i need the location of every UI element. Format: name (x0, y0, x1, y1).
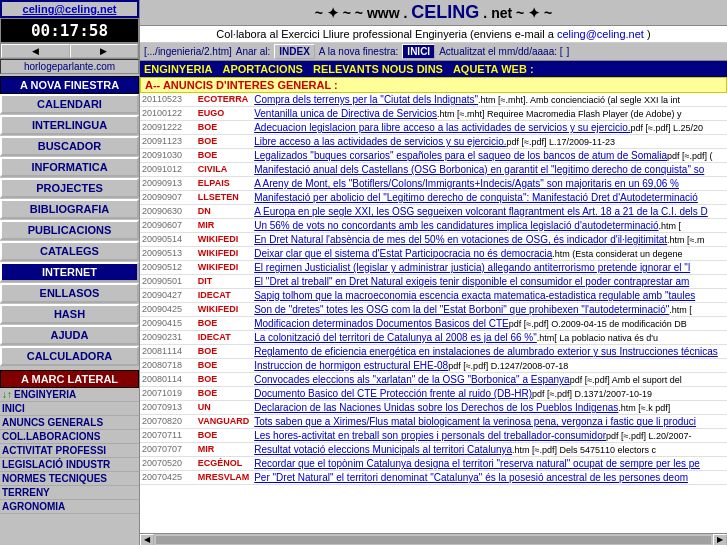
scroll-left-btn[interactable]: ◀ (1, 44, 70, 58)
sidebar-item-calculadora[interactable]: CALCULADORA (0, 346, 139, 366)
news-title[interactable]: Sapig tolhom que la macroeconomia escenc… (254, 290, 695, 301)
news-title[interactable]: Les hores-activitat en treball son propi… (254, 430, 606, 441)
table-row: 20091012CIVILAManifestació anual dels Ca… (140, 163, 727, 177)
news-title[interactable]: Libre acceso a las actividades de servic… (254, 136, 506, 147)
news-date: 20090512 (140, 261, 196, 275)
news-title[interactable]: Per "Dret Natural" el territori denomina… (254, 472, 688, 483)
table-row: 20090415BOEModificacion determinados Doc… (140, 317, 727, 331)
news-date: 20080114 (140, 373, 196, 387)
news-title[interactable]: Compra dels terrenys per la "Ciutat dels… (254, 94, 478, 105)
news-source: WIKIFEDI (196, 247, 252, 261)
sidebar-item-informatica[interactable]: INFORMATICA (0, 157, 139, 177)
news-desc: pdf [≈.pdf] O.2009-04-15 de modificación… (509, 319, 687, 329)
news-title[interactable]: A Europa en ple segle XXI, les OSG segue… (254, 206, 708, 217)
news-desc: .htm [≈.mht]. Amb concienciació (al segl… (478, 95, 680, 105)
sidebar-item-interlingua[interactable]: INTERLINGUA (0, 115, 139, 135)
sidebar-item-ajuda[interactable]: AJUDA (0, 325, 139, 345)
news-desc: pdf [≈.pdf] L.20/2007- (606, 431, 692, 441)
sidebar-item-internet[interactable]: INTERNET (0, 262, 139, 282)
news-source: MRESVLAM (196, 471, 252, 485)
index-button[interactable]: INDEX (274, 44, 315, 59)
inici-button[interactable]: INICI (402, 44, 435, 59)
site-name: CELING (411, 2, 479, 23)
table-row: 20091030BOELegalizados "buques corsarios… (140, 149, 727, 163)
news-title[interactable]: Modificacion determinados Documentos Bas… (254, 318, 509, 329)
news-title[interactable]: A Areny de Mont, els "Botiflers/Colons/I… (254, 178, 679, 189)
section-tab-2[interactable]: RELEVANTS NOUS DINS (313, 63, 443, 75)
news-title[interactable]: Documento Basico del CTE Protección fren… (254, 388, 532, 399)
news-content: Recordar que el topònim Catalunya design… (252, 457, 727, 471)
news-title[interactable]: Instruccion de hormigon estructural EHE-… (254, 360, 448, 371)
news-title[interactable]: Manifestació per abolicio del "Legitimo … (254, 192, 698, 203)
news-title[interactable]: Un 56% de vots no concordants amb les ca… (254, 220, 658, 231)
news-source: WIKIFEDI (196, 233, 252, 247)
marc-item-normes-tecniques[interactable]: NORMES TECNIQUES (0, 472, 139, 486)
sidebar-item-projectes[interactable]: PROJECTES (0, 178, 139, 198)
table-row: 20070820VANGUARDTots saben que a Xirimes… (140, 415, 727, 429)
sidebar-item-buscador[interactable]: BUSCADOR (0, 136, 139, 156)
news-date: 20090501 (140, 275, 196, 289)
news-title[interactable]: Resultat votació eleccions Municipals al… (254, 444, 512, 455)
table-row: 20090913ELPAISA Areny de Mont, els "Boti… (140, 177, 727, 191)
news-source: DIT (196, 275, 252, 289)
marc-item-agronomia[interactable]: AGRONOMIA (0, 500, 139, 514)
scrollbar-track[interactable] (156, 536, 711, 544)
news-title[interactable]: Recordar que el topònim Catalunya design… (254, 458, 700, 469)
sidebar-item-bibliografia[interactable]: BIBLIOGRAFIA (0, 199, 139, 219)
news-source: WIKIFEDI (196, 261, 252, 275)
site-header: ~ ✦ ~ ~ www . CELING . net ~ ✦ ~ (140, 0, 727, 26)
decoration-right: ✦ ~ (528, 5, 552, 21)
marc-item-activitat-professi[interactable]: ACTIVITAT PROFESSI (0, 444, 139, 458)
left-sidebar: celing@celing.net 00:17:58 ◀ ▶ horlogepa… (0, 0, 140, 545)
news-title[interactable]: El regimen Justicialist (legislar y admi… (254, 262, 690, 273)
section-tab-3[interactable]: AQUETA WEB : (453, 63, 534, 75)
news-title[interactable]: Ventanilla unica de Directiva de Servici… (254, 108, 437, 119)
sidebar-item-calendari[interactable]: CALENDARI (0, 94, 139, 114)
news-title[interactable]: La colonització del territori de Catalun… (254, 332, 537, 343)
news-desc: .htm [≈.mht] Requiree Macromedia Flash P… (437, 109, 682, 119)
marc-item-enginyeria[interactable]: ↓↑ENGINYERIA (0, 388, 139, 402)
section-tab-1[interactable]: APORTACIONS (222, 63, 302, 75)
horloge-link[interactable]: horlogeparlante.com (0, 59, 139, 74)
sidebar-item-publicacions[interactable]: PUBLICACIONS (0, 220, 139, 240)
section-title: ENGINYERIA (144, 63, 212, 75)
news-date: 20090513 (140, 247, 196, 261)
scroll-h-left-btn[interactable]: ◀ (140, 534, 154, 546)
marc-item-terreny[interactable]: TERRENY (0, 486, 139, 500)
news-desc: .htm [≈.pdf] Dels 5475110 electors c (512, 445, 656, 455)
marc-item-inici[interactable]: INICI (0, 402, 139, 416)
news-title[interactable]: Deixar clar que el sistema d'Estat Parti… (254, 248, 552, 259)
news-title[interactable]: Reglamento de eficiencia energética en i… (254, 346, 718, 357)
marc-item-legislació-industr[interactable]: LEGISLACIÓ INDUSTR (0, 458, 139, 472)
marc-item-label: ACTIVITAT PROFESSI (2, 445, 106, 456)
table-row: 20070711BOELes hores-activitat en trebal… (140, 429, 727, 443)
email-link[interactable]: celing@celing.net (0, 0, 139, 18)
news-content: Documento Basico del CTE Protección fren… (252, 387, 727, 401)
news-title[interactable]: Son de "dretes" totes les OSG com la del… (254, 304, 669, 315)
news-title[interactable]: El "Dret al treball" en Dret Natural exi… (254, 276, 689, 287)
marc-item-col.laboracions[interactable]: COL.LABORACIONS (0, 430, 139, 444)
news-scroll[interactable]: 20110523ECOTERRACompra dels terrenys per… (140, 93, 727, 533)
scroll-h-right-btn[interactable]: ▶ (713, 534, 727, 546)
news-title[interactable]: Legalizados "buques corsarios" españoles… (254, 150, 667, 161)
news-content: A Areny de Mont, els "Botiflers/Colons/I… (252, 177, 727, 191)
sidebar-item-catalegs[interactable]: CATALEGS (0, 241, 139, 261)
subtitle-email[interactable]: celing@celing.net (557, 28, 644, 40)
sidebar-item-enllasos[interactable]: ENLLASOS (0, 283, 139, 303)
marc-item-anuncs-generals[interactable]: ANUNCS GENERALS (0, 416, 139, 430)
news-title[interactable]: Adecuacion legislacion para libre acceso… (254, 122, 630, 133)
news-title[interactable]: Manifestació anual dels Castellans (OSG … (254, 164, 704, 175)
anuncis-bar: A-- ANUNCIS D'INTERES GENERAL : (140, 77, 727, 93)
nova-finestra-title: A NOVA FINESTRA (0, 76, 139, 94)
news-source: LLSETEN (196, 191, 252, 205)
table-row: 20090607MIRUn 56% de vots no concordants… (140, 219, 727, 233)
news-title[interactable]: Convocades eleccions als "xarlatan" de l… (254, 374, 569, 385)
news-source: IDECAT (196, 331, 252, 345)
news-title[interactable]: Tots saben que a Xirimes/Flus matal biol… (254, 416, 696, 427)
domain-text: . net ~ (483, 5, 524, 21)
sidebar-item-hash[interactable]: HASH (0, 304, 139, 324)
table-row: 20090425WIKIFEDISon de "dretes" totes le… (140, 303, 727, 317)
news-title[interactable]: Declaracion de las Naciones Unidas sobre… (254, 402, 618, 413)
scroll-right-btn[interactable]: ▶ (70, 44, 139, 58)
news-title[interactable]: En Dret Natural l'absència de mes del 50… (254, 234, 667, 245)
